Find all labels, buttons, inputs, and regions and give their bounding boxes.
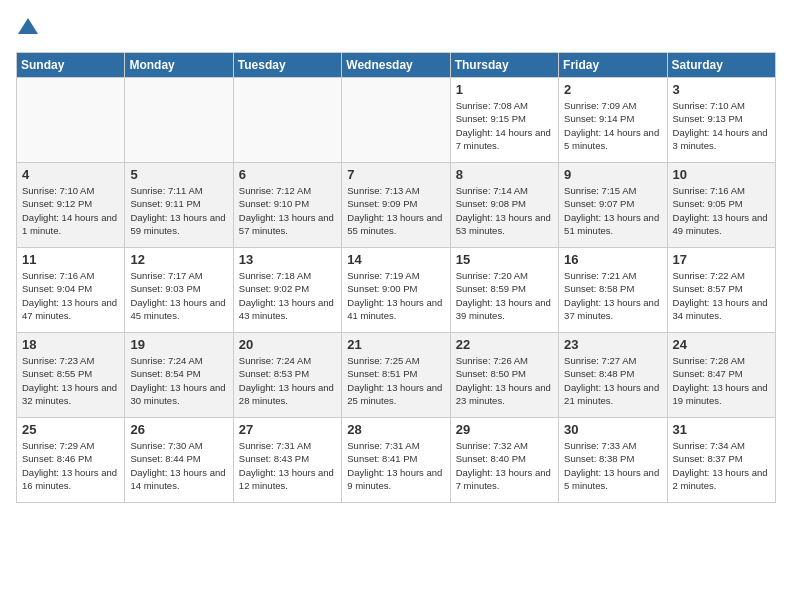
day-info: Sunrise: 7:13 AMSunset: 9:09 PMDaylight:…	[347, 184, 444, 237]
calendar-cell	[342, 78, 450, 163]
day-number: 27	[239, 422, 336, 437]
day-number: 20	[239, 337, 336, 352]
calendar-cell: 13Sunrise: 7:18 AMSunset: 9:02 PMDayligh…	[233, 248, 341, 333]
calendar-cell: 12Sunrise: 7:17 AMSunset: 9:03 PMDayligh…	[125, 248, 233, 333]
day-info: Sunrise: 7:23 AMSunset: 8:55 PMDaylight:…	[22, 354, 119, 407]
week-row-2: 4Sunrise: 7:10 AMSunset: 9:12 PMDaylight…	[17, 163, 776, 248]
calendar-cell: 24Sunrise: 7:28 AMSunset: 8:47 PMDayligh…	[667, 333, 775, 418]
day-info: Sunrise: 7:16 AMSunset: 9:05 PMDaylight:…	[673, 184, 770, 237]
day-info: Sunrise: 7:17 AMSunset: 9:03 PMDaylight:…	[130, 269, 227, 322]
day-number: 8	[456, 167, 553, 182]
day-info: Sunrise: 7:15 AMSunset: 9:07 PMDaylight:…	[564, 184, 661, 237]
calendar-cell: 8Sunrise: 7:14 AMSunset: 9:08 PMDaylight…	[450, 163, 558, 248]
calendar-cell: 23Sunrise: 7:27 AMSunset: 8:48 PMDayligh…	[559, 333, 667, 418]
logo	[16, 16, 46, 40]
calendar-cell: 25Sunrise: 7:29 AMSunset: 8:46 PMDayligh…	[17, 418, 125, 503]
calendar-cell: 31Sunrise: 7:34 AMSunset: 8:37 PMDayligh…	[667, 418, 775, 503]
calendar-cell	[125, 78, 233, 163]
day-number: 22	[456, 337, 553, 352]
day-info: Sunrise: 7:31 AMSunset: 8:41 PMDaylight:…	[347, 439, 444, 492]
svg-marker-0	[18, 18, 38, 34]
day-info: Sunrise: 7:10 AMSunset: 9:12 PMDaylight:…	[22, 184, 119, 237]
day-number: 17	[673, 252, 770, 267]
calendar-cell: 18Sunrise: 7:23 AMSunset: 8:55 PMDayligh…	[17, 333, 125, 418]
column-header-friday: Friday	[559, 53, 667, 78]
day-info: Sunrise: 7:12 AMSunset: 9:10 PMDaylight:…	[239, 184, 336, 237]
day-number: 19	[130, 337, 227, 352]
column-header-tuesday: Tuesday	[233, 53, 341, 78]
day-info: Sunrise: 7:27 AMSunset: 8:48 PMDaylight:…	[564, 354, 661, 407]
day-info: Sunrise: 7:11 AMSunset: 9:11 PMDaylight:…	[130, 184, 227, 237]
calendar-cell: 16Sunrise: 7:21 AMSunset: 8:58 PMDayligh…	[559, 248, 667, 333]
calendar-header-row: SundayMondayTuesdayWednesdayThursdayFrid…	[17, 53, 776, 78]
day-number: 1	[456, 82, 553, 97]
day-number: 11	[22, 252, 119, 267]
calendar-cell	[233, 78, 341, 163]
day-info: Sunrise: 7:29 AMSunset: 8:46 PMDaylight:…	[22, 439, 119, 492]
calendar-cell: 3Sunrise: 7:10 AMSunset: 9:13 PMDaylight…	[667, 78, 775, 163]
day-info: Sunrise: 7:20 AMSunset: 8:59 PMDaylight:…	[456, 269, 553, 322]
calendar-cell: 30Sunrise: 7:33 AMSunset: 8:38 PMDayligh…	[559, 418, 667, 503]
day-info: Sunrise: 7:19 AMSunset: 9:00 PMDaylight:…	[347, 269, 444, 322]
calendar-table: SundayMondayTuesdayWednesdayThursdayFrid…	[16, 52, 776, 503]
day-number: 25	[22, 422, 119, 437]
day-info: Sunrise: 7:34 AMSunset: 8:37 PMDaylight:…	[673, 439, 770, 492]
column-header-thursday: Thursday	[450, 53, 558, 78]
day-info: Sunrise: 7:24 AMSunset: 8:53 PMDaylight:…	[239, 354, 336, 407]
column-header-sunday: Sunday	[17, 53, 125, 78]
calendar-cell: 2Sunrise: 7:09 AMSunset: 9:14 PMDaylight…	[559, 78, 667, 163]
calendar-cell: 22Sunrise: 7:26 AMSunset: 8:50 PMDayligh…	[450, 333, 558, 418]
calendar-cell: 14Sunrise: 7:19 AMSunset: 9:00 PMDayligh…	[342, 248, 450, 333]
day-number: 12	[130, 252, 227, 267]
day-number: 23	[564, 337, 661, 352]
calendar-cell	[17, 78, 125, 163]
day-info: Sunrise: 7:10 AMSunset: 9:13 PMDaylight:…	[673, 99, 770, 152]
day-number: 4	[22, 167, 119, 182]
day-number: 28	[347, 422, 444, 437]
calendar-cell: 9Sunrise: 7:15 AMSunset: 9:07 PMDaylight…	[559, 163, 667, 248]
day-number: 6	[239, 167, 336, 182]
day-number: 30	[564, 422, 661, 437]
calendar-cell: 11Sunrise: 7:16 AMSunset: 9:04 PMDayligh…	[17, 248, 125, 333]
day-number: 3	[673, 82, 770, 97]
day-info: Sunrise: 7:08 AMSunset: 9:15 PMDaylight:…	[456, 99, 553, 152]
day-info: Sunrise: 7:09 AMSunset: 9:14 PMDaylight:…	[564, 99, 661, 152]
calendar-cell: 21Sunrise: 7:25 AMSunset: 8:51 PMDayligh…	[342, 333, 450, 418]
calendar-cell: 1Sunrise: 7:08 AMSunset: 9:15 PMDaylight…	[450, 78, 558, 163]
day-info: Sunrise: 7:24 AMSunset: 8:54 PMDaylight:…	[130, 354, 227, 407]
day-number: 31	[673, 422, 770, 437]
day-info: Sunrise: 7:32 AMSunset: 8:40 PMDaylight:…	[456, 439, 553, 492]
day-info: Sunrise: 7:30 AMSunset: 8:44 PMDaylight:…	[130, 439, 227, 492]
calendar-cell: 10Sunrise: 7:16 AMSunset: 9:05 PMDayligh…	[667, 163, 775, 248]
day-info: Sunrise: 7:26 AMSunset: 8:50 PMDaylight:…	[456, 354, 553, 407]
day-info: Sunrise: 7:31 AMSunset: 8:43 PMDaylight:…	[239, 439, 336, 492]
week-row-5: 25Sunrise: 7:29 AMSunset: 8:46 PMDayligh…	[17, 418, 776, 503]
day-number: 29	[456, 422, 553, 437]
calendar-cell: 19Sunrise: 7:24 AMSunset: 8:54 PMDayligh…	[125, 333, 233, 418]
day-info: Sunrise: 7:25 AMSunset: 8:51 PMDaylight:…	[347, 354, 444, 407]
day-number: 15	[456, 252, 553, 267]
week-row-4: 18Sunrise: 7:23 AMSunset: 8:55 PMDayligh…	[17, 333, 776, 418]
day-number: 21	[347, 337, 444, 352]
calendar-cell: 5Sunrise: 7:11 AMSunset: 9:11 PMDaylight…	[125, 163, 233, 248]
calendar-cell: 7Sunrise: 7:13 AMSunset: 9:09 PMDaylight…	[342, 163, 450, 248]
day-number: 24	[673, 337, 770, 352]
calendar-cell: 6Sunrise: 7:12 AMSunset: 9:10 PMDaylight…	[233, 163, 341, 248]
day-info: Sunrise: 7:21 AMSunset: 8:58 PMDaylight:…	[564, 269, 661, 322]
day-info: Sunrise: 7:22 AMSunset: 8:57 PMDaylight:…	[673, 269, 770, 322]
day-info: Sunrise: 7:33 AMSunset: 8:38 PMDaylight:…	[564, 439, 661, 492]
calendar-cell: 29Sunrise: 7:32 AMSunset: 8:40 PMDayligh…	[450, 418, 558, 503]
calendar-cell: 26Sunrise: 7:30 AMSunset: 8:44 PMDayligh…	[125, 418, 233, 503]
day-number: 14	[347, 252, 444, 267]
day-number: 7	[347, 167, 444, 182]
day-info: Sunrise: 7:16 AMSunset: 9:04 PMDaylight:…	[22, 269, 119, 322]
day-number: 13	[239, 252, 336, 267]
day-number: 18	[22, 337, 119, 352]
calendar-cell: 15Sunrise: 7:20 AMSunset: 8:59 PMDayligh…	[450, 248, 558, 333]
day-number: 26	[130, 422, 227, 437]
column-header-saturday: Saturday	[667, 53, 775, 78]
logo-icon	[16, 16, 40, 40]
day-number: 9	[564, 167, 661, 182]
day-info: Sunrise: 7:18 AMSunset: 9:02 PMDaylight:…	[239, 269, 336, 322]
week-row-1: 1Sunrise: 7:08 AMSunset: 9:15 PMDaylight…	[17, 78, 776, 163]
